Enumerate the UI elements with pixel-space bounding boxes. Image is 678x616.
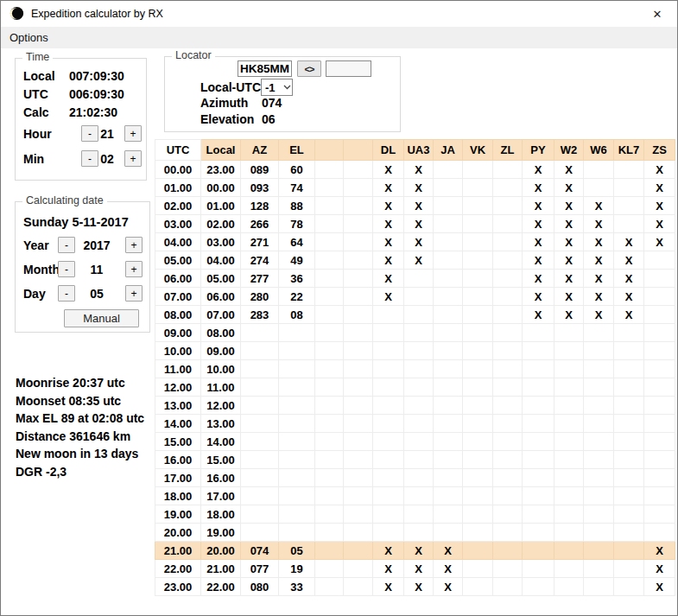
table-cell <box>373 524 404 542</box>
table-cell <box>279 433 315 451</box>
swap-locator-button[interactable]: <> <box>297 60 321 77</box>
table-cell: 11.00 <box>201 378 241 397</box>
azimuth-label: Azimuth <box>200 96 248 110</box>
column-header-el: EL <box>279 140 315 161</box>
table-cell <box>315 270 344 288</box>
table-cell: 04.00 <box>155 233 201 251</box>
table-cell: 11.00 <box>155 360 201 378</box>
secondary-locator-input[interactable] <box>326 60 371 77</box>
table-row: 09.0008.00 <box>155 324 675 342</box>
month-minus-button[interactable]: - <box>58 261 75 277</box>
table-cell: 19 <box>279 560 315 578</box>
table-cell <box>241 324 279 342</box>
table-cell <box>614 451 644 469</box>
day-plus-button[interactable]: + <box>125 285 143 302</box>
utc-time-label: UTC <box>23 87 48 101</box>
table-cell <box>493 578 523 596</box>
close-button[interactable]: ✕ <box>637 1 677 27</box>
distance-text: Distance 361646 km <box>16 429 171 448</box>
table-cell <box>463 306 493 324</box>
table-cell <box>614 324 644 342</box>
table-cell <box>463 288 493 306</box>
year-plus-button[interactable]: + <box>125 237 143 253</box>
table-cell <box>315 306 344 324</box>
table-row: 07.0006.0028022XXXXX <box>155 288 675 306</box>
table-cell: X <box>554 251 584 270</box>
table-cell: 09.00 <box>155 324 201 342</box>
table-cell <box>554 524 584 542</box>
max-el-text: Max EL 89 at 02:08 utc <box>16 411 171 429</box>
hour-plus-button[interactable]: + <box>124 125 142 142</box>
table-cell <box>493 215 523 233</box>
table-cell <box>584 578 614 596</box>
table-cell <box>463 397 493 415</box>
table-cell: X <box>614 233 644 251</box>
table-cell: 16.00 <box>201 469 241 487</box>
table-cell <box>344 451 373 469</box>
table-cell: 00.00 <box>155 161 201 179</box>
table-cell <box>644 487 675 505</box>
table-row: 06.0005.0027736XXXXX <box>155 270 675 288</box>
manual-button[interactable]: Manual <box>64 309 139 327</box>
dgr-text: DGR -2,3 <box>16 465 171 483</box>
table-cell <box>554 451 584 469</box>
table-cell <box>493 288 523 306</box>
table-cell <box>614 469 644 487</box>
table-cell <box>463 342 493 360</box>
table-cell <box>373 505 404 524</box>
table-cell <box>463 233 493 251</box>
table-cell: X <box>644 578 675 596</box>
table-header-row: UTCLocalAZELDLUA3JAVKZLPYW2W6KL7ZS <box>155 140 675 161</box>
local-time-value: 007:09:30 <box>69 69 124 83</box>
year-minus-button[interactable]: - <box>58 237 75 253</box>
table-cell <box>373 306 404 324</box>
table-cell <box>584 324 614 342</box>
menu-options[interactable]: Options <box>1 27 57 48</box>
table-cell: 17.00 <box>155 469 201 487</box>
table-cell <box>404 360 434 378</box>
table-cell <box>614 433 644 451</box>
calc-time-label: Calc <box>23 105 49 119</box>
table-cell <box>315 487 344 505</box>
table-cell: X <box>554 215 584 233</box>
table-cell: 21.00 <box>155 542 201 560</box>
table-cell <box>584 451 614 469</box>
table-cell <box>241 342 279 360</box>
table-cell: X <box>523 251 554 270</box>
table-cell <box>315 524 344 542</box>
table-cell: 02.00 <box>201 215 241 233</box>
column-header-dl: DL <box>373 140 404 161</box>
grid-locator-input[interactable] <box>238 60 292 77</box>
table-cell <box>554 578 584 596</box>
table-cell: X <box>554 233 584 251</box>
table-cell: 02.00 <box>155 197 201 215</box>
table-cell <box>404 378 434 397</box>
table-cell <box>404 306 434 324</box>
chevron-down-icon <box>282 85 292 90</box>
table-cell: X <box>404 161 434 179</box>
table-cell <box>644 288 675 306</box>
table-cell <box>404 397 434 415</box>
table-cell <box>344 233 373 251</box>
table-cell <box>344 360 373 378</box>
table-cell <box>373 487 404 505</box>
table-cell <box>523 578 554 596</box>
table-cell: X <box>644 233 675 251</box>
table-cell: 23.00 <box>155 578 201 596</box>
month-plus-button[interactable]: + <box>125 261 143 277</box>
table-cell <box>404 524 434 542</box>
table-cell <box>373 469 404 487</box>
table-cell <box>279 397 315 415</box>
table-cell <box>434 270 463 288</box>
table-cell: 19.00 <box>155 505 201 524</box>
min-plus-button[interactable]: + <box>124 150 142 167</box>
day-minus-button[interactable]: - <box>58 285 75 302</box>
table-cell: 077 <box>241 560 279 578</box>
table-cell: 64 <box>279 233 315 251</box>
table-cell <box>644 306 675 324</box>
table-cell <box>523 342 554 360</box>
local-utc-select[interactable]: -1 <box>261 79 293 96</box>
table-cell <box>279 524 315 542</box>
table-cell: 01.00 <box>155 179 201 197</box>
table-cell <box>315 233 344 251</box>
